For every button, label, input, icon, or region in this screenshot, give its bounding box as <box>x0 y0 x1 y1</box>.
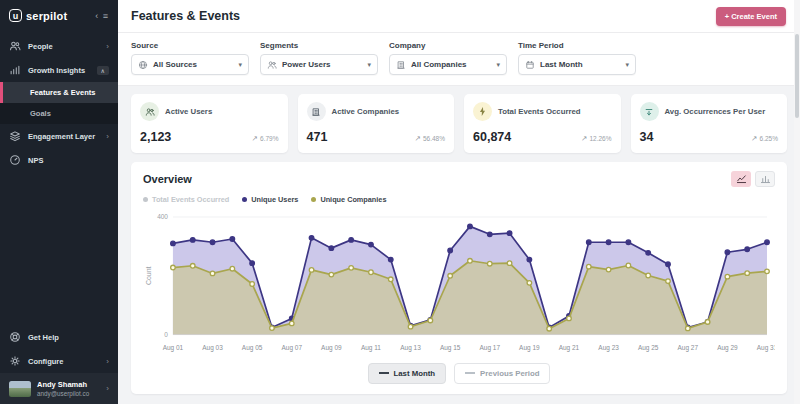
growth-insights-submenu: Features & Events Goals <box>0 82 118 124</box>
data-point <box>606 240 611 245</box>
filter-label: Company <box>389 41 507 50</box>
sidebar-item-label: NPS <box>28 156 43 165</box>
menu-icon: ≡ <box>103 11 109 21</box>
legend-total-events[interactable]: Total Events Occurred <box>143 195 229 204</box>
logo: u serpilot ‹ ≡ <box>0 0 118 34</box>
data-point <box>487 261 492 266</box>
data-point <box>309 236 314 241</box>
user-profile[interactable]: Andy Shamah andy@userpilot.co › <box>0 373 118 404</box>
sidebar-item-label: Configure <box>28 357 63 366</box>
previous-period-button[interactable]: Previous Period <box>454 363 550 384</box>
x-tick-label: Aug 05 <box>242 344 263 352</box>
data-point <box>547 326 552 331</box>
select-value: All Companies <box>411 60 467 69</box>
sidebar-item-label: People <box>28 42 53 51</box>
create-event-button[interactable]: + Create Event <box>716 7 786 26</box>
data-point <box>309 268 314 273</box>
segments-select[interactable]: Power Users ▾ <box>260 54 378 75</box>
stats-row: Active Users 2,123 ↗6.79% Active Compani… <box>131 94 787 153</box>
building-icon <box>396 60 406 70</box>
chart-legend: Total Events Occurred Unique Users Uniqu… <box>143 195 775 204</box>
stat-label: Total Events Occurred <box>498 107 581 116</box>
stat-label: Avg. Occurrences Per User <box>665 107 766 116</box>
x-tick-label: Aug 19 <box>519 344 540 352</box>
sidebar-item-get-help[interactable]: Get Help <box>0 325 118 349</box>
bar-chart-icon <box>9 64 21 76</box>
chevron-right-icon: › <box>106 384 109 393</box>
select-value: Last Month <box>540 60 583 69</box>
time-period-select[interactable]: Last Month ▾ <box>518 54 636 75</box>
source-select[interactable]: All Sources ▾ <box>131 54 249 75</box>
legend-unique-users[interactable]: Unique Users <box>242 195 298 204</box>
x-tick-label: Aug 07 <box>281 344 302 352</box>
sidebar-item-configure[interactable]: Configure › <box>0 349 118 373</box>
data-point <box>765 269 770 274</box>
data-point <box>408 324 413 329</box>
data-point <box>507 261 512 266</box>
filter-source: Source All Sources ▾ <box>131 41 249 75</box>
sidebar-item-features-events[interactable]: Features & Events <box>0 82 118 103</box>
data-point <box>190 238 195 243</box>
data-point <box>705 320 710 325</box>
data-point <box>230 266 235 271</box>
trend-up-icon: ↗ <box>415 134 421 143</box>
stat-value: 2,123 <box>140 130 171 144</box>
y-axis-label: Count <box>145 266 152 285</box>
stat-card-avg-occurrences: Avg. Occurrences Per User 34 ↗6.25% <box>631 94 788 153</box>
sidebar-item-nps[interactable]: NPS <box>0 148 118 172</box>
legend-unique-companies[interactable]: Unique Companies <box>311 195 386 204</box>
data-point <box>468 258 473 263</box>
last-month-button[interactable]: Last Month <box>368 363 447 384</box>
stat-change: ↗12.26% <box>581 134 611 143</box>
data-point <box>230 237 235 242</box>
lifebuoy-icon <box>9 331 21 343</box>
main-area: Features & Events + Create Event Source … <box>118 0 800 404</box>
dashed-dash-icon <box>465 372 475 374</box>
sidebar-item-people[interactable]: People › <box>0 34 118 58</box>
filter-label: Source <box>131 41 249 50</box>
users-icon <box>267 60 277 70</box>
company-select[interactable]: All Companies ▾ <box>389 54 507 75</box>
data-point <box>765 240 770 245</box>
data-point <box>666 279 671 284</box>
stat-label: Active Users <box>165 107 212 116</box>
data-point <box>171 241 176 246</box>
data-point <box>289 321 294 326</box>
data-point <box>349 238 354 243</box>
data-point <box>468 224 473 229</box>
stat-change: ↗6.25% <box>751 134 778 143</box>
sidebar-item-growth-insights[interactable]: Growth Insights ∧ <box>0 58 118 82</box>
data-point <box>190 263 195 268</box>
sidebar-item-engagement-layer[interactable]: Engagement Layer › <box>0 124 118 148</box>
gear-icon <box>9 355 21 367</box>
data-point <box>369 242 374 247</box>
data-point <box>448 273 453 278</box>
x-tick-label: Aug 03 <box>202 344 223 352</box>
line-chart-toggle[interactable] <box>731 171 751 187</box>
data-point <box>448 248 453 253</box>
avatar <box>9 381 31 397</box>
data-point <box>685 326 690 331</box>
data-point <box>329 246 334 251</box>
data-point <box>270 326 275 331</box>
scrollbar-thumb[interactable] <box>795 34 799 118</box>
legend-dot <box>311 197 316 202</box>
sidebar-collapse-button[interactable]: ‹ ≡ <box>95 11 109 21</box>
filter-segments: Segments Power Users ▾ <box>260 41 378 75</box>
x-tick-label: Aug 09 <box>321 344 342 352</box>
filters-bar: Source All Sources ▾ Segments Power User… <box>118 33 800 86</box>
bar-chart-toggle[interactable] <box>755 171 775 187</box>
chevron-right-icon: › <box>106 357 109 366</box>
period-buttons: Last Month Previous Period <box>143 357 775 390</box>
data-point <box>507 231 512 236</box>
page-title: Features & Events <box>131 9 240 23</box>
data-point <box>745 247 750 252</box>
sidebar-item-goals[interactable]: Goals <box>0 103 118 124</box>
sidebar-item-label: Growth Insights <box>28 66 85 75</box>
data-point <box>349 266 354 271</box>
trend-up-icon: ↗ <box>252 134 258 143</box>
stat-value: 471 <box>307 130 328 144</box>
data-point <box>388 257 393 262</box>
avg-occurrences-icon <box>640 102 659 121</box>
data-point <box>210 240 215 245</box>
